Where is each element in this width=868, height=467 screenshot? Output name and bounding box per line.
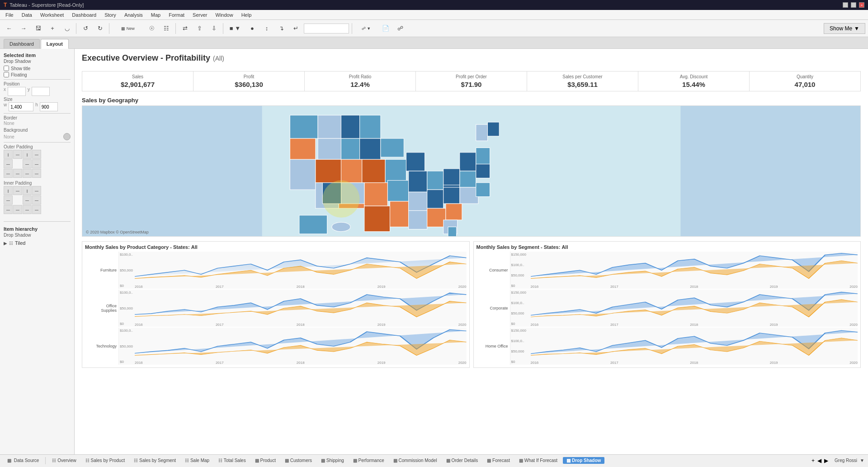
- status-tab-sales-segment[interactable]: ☷ Sales by Segment: [130, 457, 179, 464]
- y-input[interactable]: [32, 87, 50, 96]
- add-sheet-button[interactable]: +: [811, 457, 815, 464]
- status-tab-forecast[interactable]: ▩ Forecast: [483, 457, 514, 464]
- maximize-button[interactable]: □: [851, 2, 856, 8]
- save-button[interactable]: 🖫: [32, 22, 44, 35]
- mark-button[interactable]: ●: [246, 22, 259, 35]
- ipad-mr[interactable]: —: [23, 195, 32, 205]
- hierarchy-item-root[interactable]: ▶ ☷ Tiled: [4, 239, 71, 247]
- user-dropdown-icon[interactable]: ▼: [860, 458, 864, 463]
- menu-map[interactable]: Map: [147, 11, 164, 19]
- pad-mr[interactable]: —: [23, 159, 32, 168]
- ipad-e3[interactable]: —: [32, 205, 41, 214]
- swap-button[interactable]: ⇄: [179, 22, 191, 35]
- layout-button[interactable]: ☷: [160, 22, 173, 35]
- menu-file[interactable]: File: [2, 11, 17, 19]
- pad-tc[interactable]: —: [13, 150, 22, 159]
- status-tab-total-sales[interactable]: ☷ Total Sales: [215, 457, 250, 464]
- menu-help[interactable]: Help: [238, 11, 255, 19]
- menu-server[interactable]: Server: [189, 11, 211, 19]
- redo-button[interactable]: ↻: [94, 22, 106, 35]
- status-tab-product[interactable]: ▩ Product: [251, 457, 279, 464]
- ipad-tl[interactable]: |: [4, 186, 13, 195]
- share-button[interactable]: ☍: [394, 22, 406, 35]
- back-button[interactable]: ←: [3, 22, 15, 35]
- duplicate-button[interactable]: ◡: [61, 22, 73, 35]
- state-tn: [409, 192, 427, 210]
- pad-ml[interactable]: —: [4, 159, 13, 168]
- tab-dashboard[interactable]: Dashboard: [4, 39, 40, 48]
- kpi-ratio: Profit Ratio 12.4%: [305, 71, 416, 91]
- pin-button[interactable]: ↴: [275, 22, 288, 35]
- show-title-checkbox[interactable]: [4, 66, 9, 71]
- new-ds-button[interactable]: ▩ New: [112, 22, 144, 35]
- menu-worksheet[interactable]: Worksheet: [37, 11, 67, 19]
- menu-format[interactable]: Format: [165, 11, 188, 19]
- position-label: Position: [4, 81, 71, 86]
- minimize-button[interactable]: —: [843, 2, 848, 8]
- status-tab-commission[interactable]: ▩ Commission Model: [390, 457, 441, 464]
- state-ga: [427, 208, 446, 227]
- search-input[interactable]: [304, 24, 349, 33]
- tab-layout[interactable]: Layout: [41, 39, 69, 49]
- kpi-per-customer-value: $3,659.11: [533, 81, 632, 88]
- ipad-ml[interactable]: —: [4, 195, 13, 205]
- pad-bl[interactable]: —: [4, 169, 13, 178]
- menu-story[interactable]: Story: [101, 11, 120, 19]
- color-button[interactable]: ■ ▼: [226, 22, 244, 35]
- right-chart-panel: Monthly Sales by Segment - States: All C…: [473, 241, 861, 368]
- status-tab-order-details[interactable]: ▩ Order Details: [443, 457, 482, 464]
- undo-button[interactable]: ↺: [79, 22, 92, 35]
- bg-toggle[interactable]: [63, 133, 71, 140]
- pad-tl[interactable]: |: [4, 150, 13, 159]
- ipad-bc[interactable]: —: [13, 205, 22, 214]
- pad-br[interactable]: —: [23, 169, 32, 178]
- connect-button[interactable]: ☉: [146, 22, 158, 35]
- floating-checkbox[interactable]: [4, 72, 9, 77]
- ipad-e[interactable]: —: [32, 186, 41, 195]
- forward-button[interactable]: →: [17, 22, 30, 35]
- ipad-br[interactable]: —: [23, 205, 32, 214]
- status-datasource[interactable]: ▩ Data Source: [4, 457, 42, 464]
- state-mt: [318, 115, 341, 138]
- w-input[interactable]: 1,400: [9, 102, 33, 111]
- show-me-button[interactable]: Show Me ▼: [824, 23, 865, 34]
- status-tab-sales-product[interactable]: ☷ Sales by Product: [82, 457, 128, 464]
- scroll-left-button[interactable]: ◀: [817, 457, 821, 464]
- x-input[interactable]: [8, 87, 26, 96]
- menu-data[interactable]: Data: [18, 11, 36, 19]
- pad-extra2[interactable]: —: [32, 159, 41, 168]
- pad-extra[interactable]: —: [32, 150, 41, 159]
- menu-analysis[interactable]: Analysis: [121, 11, 146, 19]
- ipad-tc[interactable]: —: [13, 186, 22, 195]
- sort-desc-button[interactable]: ⇩: [208, 22, 220, 35]
- pin2-button[interactable]: ↵: [289, 22, 302, 35]
- status-tab-what-if[interactable]: ▩ What If Forecast: [515, 457, 561, 464]
- ipad-e2[interactable]: —: [32, 195, 41, 205]
- status-tab-overview[interactable]: ☷ Overview: [48, 457, 80, 464]
- pad-tr[interactable]: |: [23, 150, 32, 159]
- kpi-quantity-value: 47,010: [755, 81, 855, 88]
- fit-button[interactable]: ☍ ▼: [355, 22, 377, 35]
- status-tab-customers[interactable]: ▩ Customers: [281, 457, 316, 464]
- status-tab-performance[interactable]: ▩ Performance: [349, 457, 388, 464]
- add-button[interactable]: +: [46, 22, 59, 35]
- pad-extra3[interactable]: —: [32, 169, 41, 178]
- menu-dashboard[interactable]: Dashboard: [68, 11, 100, 19]
- ipad-bl[interactable]: —: [4, 205, 13, 214]
- scroll-right-button[interactable]: ▶: [824, 457, 828, 464]
- status-tab-dropshadow[interactable]: ▩ Drop Shadow: [563, 457, 604, 464]
- close-button[interactable]: ×: [859, 2, 864, 8]
- menu-window[interactable]: Window: [212, 11, 237, 19]
- ipad-tr[interactable]: |: [23, 186, 32, 195]
- arrow-button[interactable]: ↕: [260, 22, 273, 35]
- pad-bc[interactable]: —: [13, 169, 22, 178]
- tooltip-button[interactable]: 📄: [379, 22, 392, 35]
- corporate-chart: $150,000$100,0..$50,000$0 20162017201820…: [510, 290, 858, 327]
- status-tab-sale-map[interactable]: ☷ Sale Map: [181, 457, 213, 464]
- expand-icon[interactable]: ▶: [4, 241, 7, 246]
- status-tab-shipping[interactable]: ▩ Shipping: [317, 457, 348, 464]
- map-section[interactable]: © 2020 Mapbox © OpenStreetMap: [82, 105, 861, 237]
- state-hi: [332, 222, 350, 232]
- sort-asc-button[interactable]: ⇧: [193, 22, 206, 35]
- h-input[interactable]: 900: [40, 102, 58, 111]
